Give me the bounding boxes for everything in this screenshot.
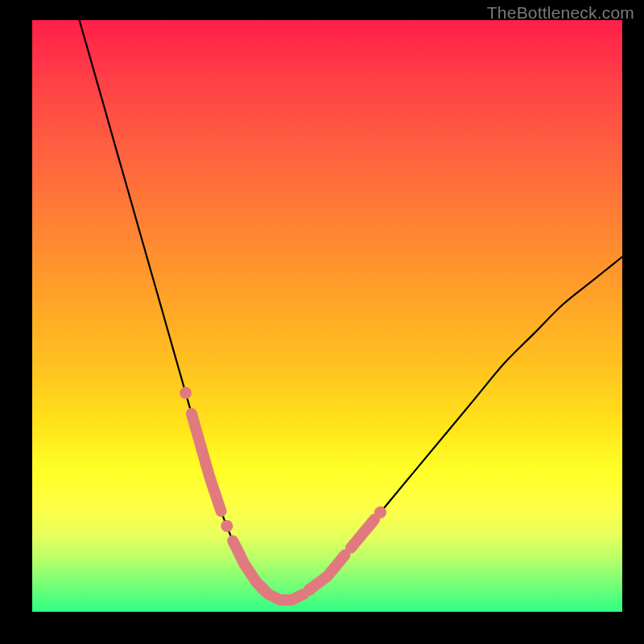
highlight-dot (221, 520, 233, 532)
highlight-dot (374, 506, 386, 518)
bottleneck-curve (80, 20, 622, 601)
chart-frame: TheBottleneck.com (0, 0, 644, 644)
highlight-markers (180, 387, 386, 601)
chart-svg (32, 20, 622, 612)
highlight-dot (256, 582, 268, 594)
highlight-segment (351, 519, 374, 547)
highlight-segment (192, 414, 221, 511)
highlight-segment (310, 555, 345, 589)
highlight-segment (268, 594, 303, 600)
highlight-dot (303, 584, 316, 596)
highlight-dot (180, 387, 192, 399)
watermark-text: TheBottleneck.com (487, 3, 634, 23)
plot-area (32, 20, 622, 612)
